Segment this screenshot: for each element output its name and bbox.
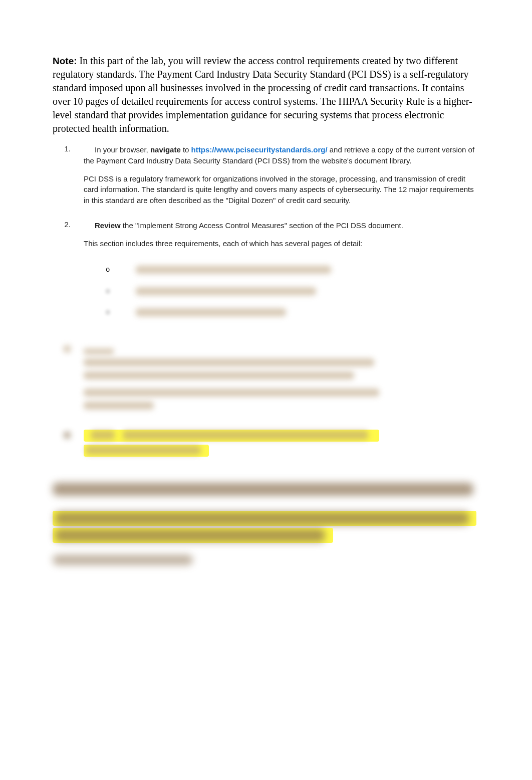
redacted-heading: [53, 483, 473, 496]
step-number: 1.: [58, 144, 75, 206]
step-body-redacted: [75, 345, 479, 410]
redacted-text: [84, 388, 379, 397]
step-number-redacted: [58, 430, 75, 460]
note-label: Note:: [53, 56, 77, 66]
step-1: 1. In your browser, navigate to https://…: [58, 144, 479, 206]
step2-after: the "Implement Strong Access Control Mea…: [121, 221, 403, 230]
highlighted-redacted-line: [84, 430, 479, 442]
highlighted-redacted-block: [53, 511, 479, 543]
bullet-item: o: [106, 265, 479, 275]
redacted-text: [136, 308, 286, 316]
redacted-text: [136, 266, 331, 274]
step-2: 2. Review the "Implement Strong Access C…: [58, 220, 479, 328]
step-3-redacted: [58, 345, 479, 410]
step1-prefix: In your browser,: [95, 145, 150, 154]
redacted-text: [136, 287, 316, 295]
note-text: In this part of the lab, you will review…: [53, 55, 472, 134]
step-number-redacted: [58, 345, 75, 410]
step-body: Review the "Implement Strong Access Cont…: [75, 220, 479, 328]
step-4-redacted-highlighted: [58, 430, 479, 460]
instruction-list: 1. In your browser, navigate to https://…: [58, 144, 479, 460]
redacted-text: [84, 348, 114, 354]
step2-bold: Review: [95, 221, 121, 230]
redacted-text: [53, 555, 193, 565]
step1-bold: navigate: [150, 145, 181, 154]
note-paragraph: Note: In this part of the lab, you will …: [53, 54, 479, 135]
bullet-marker: o: [106, 265, 136, 275]
redacted-text: [84, 402, 154, 410]
highlighted-redacted-line: [84, 445, 479, 457]
bullet-list: o o o: [106, 265, 479, 317]
redacted-section: [53, 483, 479, 565]
step-body-redacted: [75, 430, 479, 460]
bullet-marker: o: [106, 286, 136, 296]
bullet-item: o: [106, 286, 479, 296]
step1-sub: PCI DSS is a regulatory framework for or…: [84, 173, 479, 206]
step-body: In your browser, navigate to https://www…: [75, 144, 479, 206]
step-number: 2.: [58, 220, 75, 328]
step2-sub: This section includes three requirements…: [84, 238, 479, 249]
bullet-marker: o: [106, 307, 136, 317]
bullet-item: o: [106, 307, 479, 317]
pci-link[interactable]: https://www.pcisecuritystandards.org/: [191, 145, 328, 154]
redacted-text: [84, 358, 374, 366]
step1-mid: to: [181, 145, 191, 154]
redacted-text: [84, 371, 354, 379]
